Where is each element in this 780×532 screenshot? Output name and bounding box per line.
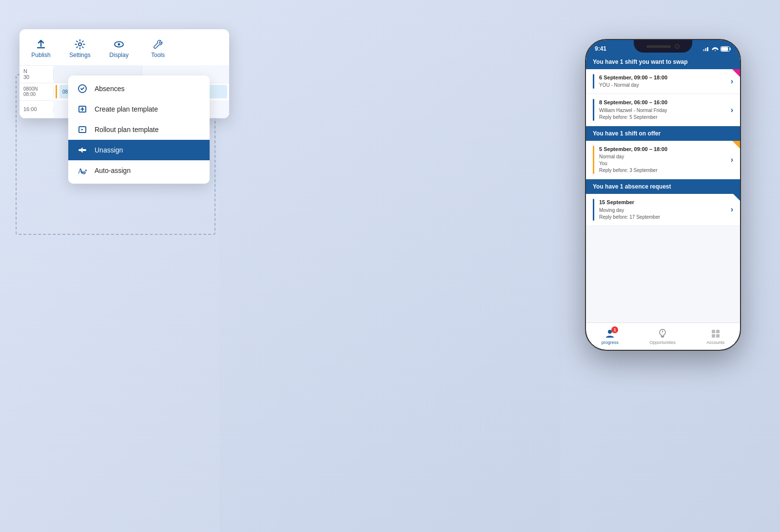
nav-accounts[interactable]: Accounts bbox=[706, 328, 724, 345]
absences-icon bbox=[77, 84, 88, 94]
phone-notch bbox=[634, 40, 692, 53]
display-button[interactable]: Display bbox=[101, 35, 136, 61]
menu-item-rollout-template[interactable]: Rollout plan template bbox=[68, 119, 210, 140]
svg-point-11 bbox=[715, 50, 716, 51]
phone-screen: 9:41 You have bbox=[586, 40, 740, 350]
card-sub-2: William Hazwel - Normal FridayReply befo… bbox=[599, 107, 726, 121]
notch-camera bbox=[675, 44, 680, 49]
person-image bbox=[219, 0, 561, 532]
card-accent-2 bbox=[593, 99, 594, 120]
time-cell-2: 0800N08:00 bbox=[20, 86, 54, 97]
gear-icon bbox=[75, 38, 85, 50]
section-offer-header: You have 1 shift on offer bbox=[586, 126, 740, 141]
status-icons bbox=[703, 46, 731, 52]
create-template-icon bbox=[77, 104, 88, 114]
card-accent-absence bbox=[593, 199, 594, 220]
nav-progress[interactable]: 1 progress bbox=[602, 328, 619, 345]
svg-rect-17 bbox=[716, 330, 720, 333]
unassign-icon bbox=[77, 145, 88, 155]
section-swap-header: You have 1 shift you want to swap bbox=[586, 55, 740, 69]
nav-badge: 1 bbox=[611, 326, 618, 333]
chevron-icon-offer: › bbox=[731, 146, 733, 174]
card-body: 6 September, 09:00 – 18:00 YOU - Normal … bbox=[599, 74, 726, 89]
eye-icon bbox=[114, 38, 124, 50]
card-title: 6 September, 09:00 – 18:00 bbox=[599, 74, 726, 81]
card-title-offer: 5 September, 09:00 – 18:00 bbox=[599, 146, 726, 153]
phone-card-swap-2[interactable]: 8 September, 06:00 – 16:00 William Hazwe… bbox=[586, 94, 740, 126]
menu-label-rollout-template: Rollout plan template bbox=[95, 126, 159, 133]
menu-label-absences: Absences bbox=[95, 85, 124, 93]
corner-mark bbox=[732, 69, 740, 77]
menu-label-auto-assign: Auto-assign bbox=[95, 167, 131, 174]
phone-card-offer-1[interactable]: 5 September, 09:00 – 18:00 Normal dayYou… bbox=[586, 141, 740, 179]
card-sub-offer: Normal dayYouReply before: 3 September bbox=[599, 153, 726, 174]
svg-rect-8 bbox=[703, 49, 704, 51]
phone-bottom-nav: 1 progress Opportunities bbox=[586, 323, 740, 350]
svg-rect-9 bbox=[705, 48, 706, 51]
svg-rect-19 bbox=[716, 334, 720, 338]
phone-mockup: 9:41 You have bbox=[585, 39, 741, 351]
corner-mark-absence bbox=[733, 194, 740, 201]
card-title-absence: 15 September bbox=[599, 199, 726, 206]
svg-rect-18 bbox=[712, 334, 715, 338]
chevron-icon-2: › bbox=[731, 99, 733, 120]
notch-speaker bbox=[646, 45, 671, 48]
menu-label-unassign: Unassign bbox=[95, 146, 123, 154]
card-accent-offer bbox=[593, 146, 594, 174]
wrench-icon bbox=[153, 38, 163, 50]
svg-text:A: A bbox=[78, 168, 83, 175]
card-body-offer: 5 September, 09:00 – 18:00 Normal dayYou… bbox=[599, 146, 726, 174]
settings-button[interactable]: Settings bbox=[62, 35, 98, 61]
phone-card-absence-1[interactable]: 15 September Moving dayReply before: 17 … bbox=[586, 194, 740, 226]
nav-label-accounts: Accounts bbox=[706, 340, 724, 345]
auto-assign-icon: A bbox=[77, 166, 88, 175]
card-sub: YOU - Normal day bbox=[599, 82, 726, 89]
svg-point-2 bbox=[118, 43, 120, 45]
time-cell-3: 16:00 bbox=[20, 106, 54, 112]
nav-label-opportunities: Opportunities bbox=[649, 340, 676, 345]
menu-item-auto-assign[interactable]: A Auto-assign bbox=[68, 160, 210, 181]
tools-label: Tools bbox=[151, 52, 165, 58]
publish-icon bbox=[36, 38, 46, 50]
settings-label: Settings bbox=[69, 52, 90, 58]
menu-item-create-template[interactable]: Create plan template bbox=[68, 99, 210, 119]
dropdown-menu: Absences Create plan template Rollout pl… bbox=[68, 76, 210, 184]
nav-label-progress: progress bbox=[602, 340, 619, 345]
publish-button[interactable]: Publish bbox=[23, 35, 58, 61]
display-label: Display bbox=[109, 52, 128, 58]
menu-label-create-template: Create plan template bbox=[95, 105, 158, 113]
card-sub-absence: Moving dayReply before: 17 September bbox=[599, 207, 726, 221]
nav-opportunities[interactable]: Opportunities bbox=[649, 328, 676, 345]
phone-content: You have 1 shift you want to swap 6 Sept… bbox=[586, 55, 740, 323]
status-time: 9:41 bbox=[595, 45, 606, 52]
chevron-icon-absence: › bbox=[731, 199, 733, 220]
card-body-2: 8 September, 06:00 – 16:00 William Hazwe… bbox=[599, 99, 726, 120]
phone-card-swap-1[interactable]: 6 September, 09:00 – 18:00 YOU - Normal … bbox=[586, 69, 740, 94]
publish-label: Publish bbox=[31, 52, 50, 58]
svg-point-0 bbox=[78, 43, 81, 46]
svg-rect-13 bbox=[722, 47, 728, 51]
svg-rect-6 bbox=[78, 149, 86, 151]
tools-button[interactable]: Tools bbox=[140, 35, 176, 61]
toolbar: Publish Settings Display bbox=[20, 29, 229, 66]
card-title-2: 8 September, 06:00 – 16:00 bbox=[599, 99, 726, 106]
menu-item-unassign[interactable]: Unassign bbox=[68, 140, 210, 160]
svg-rect-16 bbox=[712, 330, 715, 333]
svg-rect-10 bbox=[707, 47, 708, 51]
card-accent bbox=[593, 74, 594, 89]
rollout-template-icon bbox=[77, 125, 88, 134]
menu-item-absences[interactable]: Absences bbox=[68, 78, 210, 99]
section-absence-header: You have 1 absence request bbox=[586, 179, 740, 194]
card-body-absence: 15 September Moving dayReply before: 17 … bbox=[599, 199, 726, 220]
time-cell: N30 bbox=[20, 68, 54, 80]
corner-mark-offer bbox=[732, 141, 740, 149]
